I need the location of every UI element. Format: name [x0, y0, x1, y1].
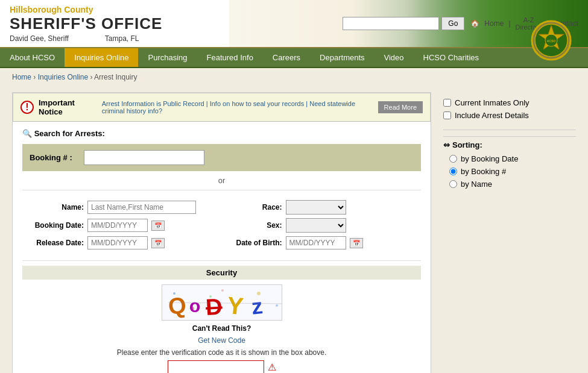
booking-date-input[interactable]: [87, 219, 148, 232]
breadcrumb-home[interactable]: Home: [12, 73, 31, 81]
release-date-row: Release Date: 📅: [30, 236, 216, 249]
security-title: Security: [22, 266, 421, 280]
seal-records-link[interactable]: Info on how to seal your records: [210, 100, 305, 107]
name-input[interactable]: [87, 201, 196, 214]
dob-calendar-button[interactable]: 📅: [350, 238, 363, 248]
nav-purchasing[interactable]: Purchasing: [138, 48, 197, 67]
notice-title: Important Notice: [39, 98, 92, 116]
release-date-label: Release Date:: [30, 239, 84, 247]
dob-input[interactable]: [286, 236, 346, 249]
header-content-wrapper: Go 🏠 Home | A-ZDirectory | Contact HCSO: [343, 16, 578, 31]
nav-about-hcso[interactable]: About HCSO: [0, 48, 65, 67]
current-inmates-checkbox[interactable]: [443, 99, 451, 107]
form-content: 🔍 Search for Arrests: Booking # : or Nam…: [13, 122, 431, 373]
header-right: Go 🏠 Home | A-ZDirectory | Contact HCSO: [229, 0, 588, 47]
dob-row: Date of Birth: 📅: [228, 236, 414, 249]
booking-row: Booking # :: [22, 144, 421, 171]
sort-booking-num-radio[interactable]: [449, 168, 457, 175]
arrest-public-record-link[interactable]: Arrest Information is Public Record: [102, 100, 204, 107]
svg-text:Y: Y: [226, 292, 245, 319]
nav-featured-info[interactable]: Featured Info: [197, 48, 263, 67]
nav-inquiries-online[interactable]: Inquiries Online: [65, 48, 138, 67]
current-inmates-label[interactable]: Current Inmates Only: [455, 98, 530, 107]
name-label: Name:: [30, 203, 84, 212]
captcha-image: Q o D Y z: [162, 284, 282, 321]
svg-text:Q: Q: [167, 292, 187, 319]
header-search-input[interactable]: [343, 17, 439, 30]
svg-point-12: [221, 289, 224, 292]
notice-icon: !: [21, 101, 34, 114]
booking-date-row: Booking Date: 📅: [30, 218, 216, 233]
current-inmates-row: Current Inmates Only: [443, 98, 576, 107]
right-panel: Current Inmates Only Include Arrest Deta…: [443, 92, 576, 373]
release-date-calendar-button[interactable]: 📅: [151, 238, 165, 248]
sort-booking-date-row: by Booking Date: [449, 154, 576, 163]
sorting-section: ⇔ Sorting: by Booking Date by Booking # …: [443, 140, 576, 189]
breadcrumb-inquiries[interactable]: Inquiries Online: [38, 73, 88, 81]
race-row: Race: Asian Black Hispanic White Other: [228, 200, 414, 215]
city-name: Tampa, FL: [105, 34, 139, 43]
sex-row: Sex: Male Female: [228, 218, 414, 233]
breadcrumb-current: Arrest Inquiry: [94, 73, 137, 81]
sort-name-row: by Name: [449, 180, 576, 189]
county-name: Hillsborough County: [10, 5, 220, 14]
nav-hcso-charities[interactable]: HCSO Charities: [414, 48, 488, 67]
booking-date-calendar-button[interactable]: 📅: [151, 221, 165, 231]
shield-logo: HCSO: [530, 19, 572, 61]
sex-select[interactable]: Male Female: [286, 218, 346, 233]
name-row: Name:: [30, 200, 216, 215]
race-select[interactable]: Asian Black Hispanic White Other: [286, 200, 346, 215]
notice-links: Arrest Information is Public Record | In…: [102, 100, 373, 114]
sort-name-radio[interactable]: [449, 180, 457, 188]
cant-read-text: Can't Read This?: [192, 324, 251, 333]
svg-text:D: D: [205, 294, 223, 320]
shield-svg: HCSO: [530, 19, 572, 61]
header-search-bar: Go: [343, 17, 464, 30]
main: ! Important Notice Arrest Information is…: [0, 86, 588, 373]
include-arrest-checkbox[interactable]: [443, 111, 451, 119]
sorting-title: ⇔ Sorting:: [443, 140, 576, 149]
sort-booking-num-label[interactable]: by Booking #: [461, 167, 506, 176]
sorting-icon: ⇔: [443, 140, 450, 149]
search-title: 🔍 Search for Arrests:: [22, 129, 421, 138]
form-panel: ! Important Notice Arrest Information is…: [12, 92, 431, 373]
home-link[interactable]: Home: [484, 19, 504, 28]
sheriff-name: David Gee, Sheriff: [10, 34, 69, 43]
release-date-input[interactable]: [87, 236, 148, 249]
breadcrumb: Home › Inquiries Online › Arrest Inquiry: [0, 68, 588, 86]
verify-error-icon: ⚠: [268, 362, 276, 373]
nav-video[interactable]: Video: [375, 48, 414, 67]
verify-instruction: Please enter the verification code as it…: [117, 348, 327, 357]
booking-date-label: Booking Date:: [30, 221, 84, 230]
sort-booking-num-row: by Booking #: [449, 167, 576, 176]
notice-bar: ! Important Notice Arrest Information is…: [13, 93, 431, 122]
include-arrest-row: Include Arrest Details: [443, 111, 576, 120]
verify-input[interactable]: [168, 360, 264, 373]
go-button[interactable]: Go: [441, 17, 464, 30]
booking-input[interactable]: [84, 150, 204, 165]
home-icon: 🏠: [470, 19, 479, 28]
sort-booking-date-radio[interactable]: [449, 155, 457, 163]
booking-label: Booking # :: [30, 153, 84, 162]
right-options: Current Inmates Only Include Arrest Deta…: [443, 98, 576, 130]
dob-label: Date of Birth:: [228, 239, 282, 247]
include-arrest-label[interactable]: Include Arrest Details: [455, 111, 529, 120]
search-magnify-icon: 🔍: [22, 129, 32, 138]
office-name: SHERIFF'S OFFICE: [10, 14, 220, 33]
svg-point-11: [276, 304, 278, 307]
sort-name-label[interactable]: by Name: [461, 180, 492, 189]
svg-text:HCSO: HCSO: [547, 39, 556, 43]
read-more-button[interactable]: Read More: [378, 101, 423, 113]
breadcrumb-sep1: ›: [33, 73, 37, 81]
navbar: About HCSO Inquiries Online Purchasing F…: [0, 48, 588, 68]
captcha-svg: Q o D Y z: [162, 284, 282, 321]
or-divider: or: [22, 171, 421, 190]
sort-booking-date-label[interactable]: by Booking Date: [461, 154, 518, 163]
header: Hillsborough County SHERIFF'S OFFICE Dav…: [0, 0, 588, 48]
sex-label: Sex:: [228, 221, 282, 230]
race-label: Race:: [228, 203, 282, 212]
get-new-code-link[interactable]: Get New Code: [198, 336, 245, 345]
nav-careers[interactable]: Careers: [263, 48, 310, 67]
nav-departments[interactable]: Departments: [310, 48, 374, 67]
header-left: Hillsborough County SHERIFF'S OFFICE Dav…: [0, 0, 229, 47]
